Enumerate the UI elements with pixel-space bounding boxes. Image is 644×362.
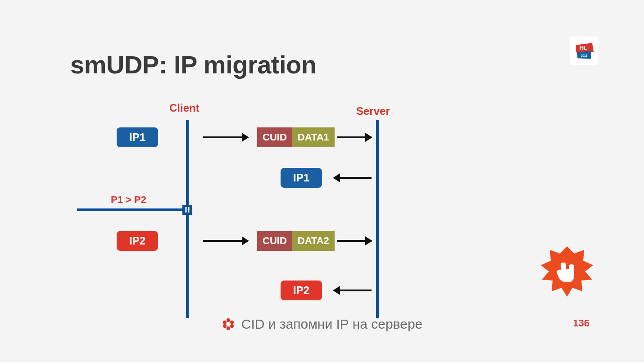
- slide: smUDP: IP migration HL 2019 Client Serve…: [0, 0, 644, 362]
- svg-text:HL: HL: [580, 45, 587, 51]
- arrow-reply2: [334, 290, 372, 291]
- event-label: P1 > P2: [111, 194, 146, 206]
- ip2-reply-pill: IP2: [281, 281, 322, 300]
- svg-point-7: [230, 324, 234, 328]
- client-label: Client: [169, 102, 200, 114]
- svg-text:2019: 2019: [581, 54, 588, 57]
- hl-logo-svg: HL 2019: [572, 39, 596, 63]
- footer: CID и запомни IP на сервере: [18, 317, 626, 332]
- msg2-cuid: CUID: [257, 231, 292, 251]
- starburst-icon: [540, 244, 594, 299]
- svg-point-10: [223, 321, 227, 324]
- svg-point-8: [227, 326, 230, 330]
- ip2-src-pill: IP2: [117, 231, 158, 251]
- arrow-reply1: [334, 177, 372, 179]
- ip1-reply-pill: IP1: [281, 168, 322, 188]
- msg2: CUID DATA2: [257, 231, 335, 251]
- arrow-msg2-to-server: [337, 240, 372, 242]
- svg-point-5: [227, 318, 230, 322]
- footer-text: CID и запомни IP на сервере: [241, 317, 423, 332]
- ip1-src-pill: IP1: [117, 127, 158, 147]
- arrow-msg1-to-server: [337, 136, 372, 138]
- msg2-data: DATA2: [292, 231, 335, 251]
- flower-icon: [222, 317, 235, 331]
- server-label: Server: [356, 105, 390, 118]
- pause-icon: [182, 205, 192, 215]
- svg-point-9: [223, 324, 227, 328]
- sequence-diagram: Client Server IP1 CUID DATA1 IP1 P1 > P2…: [68, 100, 514, 320]
- page-number: 136: [573, 317, 590, 329]
- arrow-ip2-to-msg: [203, 240, 248, 242]
- highload-logo-icon: HL 2019: [570, 36, 599, 65]
- msg1-cuid: CUID: [257, 127, 292, 147]
- svg-point-6: [230, 321, 234, 324]
- arrow-ip1-to-msg: [203, 136, 248, 138]
- client-lifeline: [186, 120, 189, 318]
- msg1: CUID DATA1: [257, 127, 335, 147]
- slide-title: smUDP: IP migration: [70, 50, 316, 79]
- server-lifeline: [376, 120, 379, 318]
- msg1-data: DATA1: [292, 127, 335, 147]
- event-line: [77, 208, 189, 211]
- slide-canvas: smUDP: IP migration HL 2019 Client Serve…: [18, 14, 626, 348]
